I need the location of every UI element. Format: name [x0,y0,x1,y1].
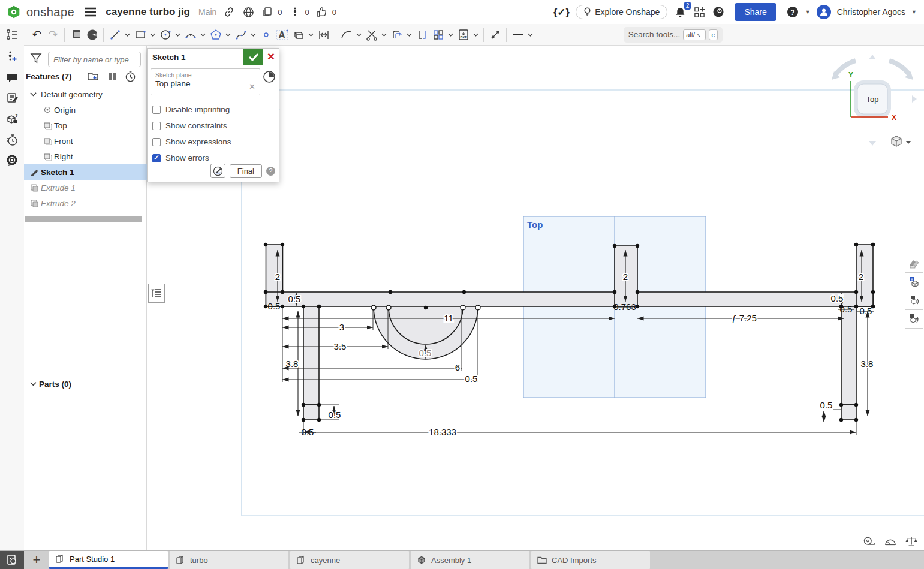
view-mode-cube-icon[interactable] [892,136,911,146]
sketch-region[interactable] [841,306,856,405]
rollback-bar[interactable] [25,216,142,222]
document-title[interactable]: cayenne turbo jig [106,6,190,18]
line-style-button[interactable] [510,26,526,43]
notes-icon[interactable] [5,91,19,104]
sketch-vertex[interactable] [264,290,267,294]
sketch-plane-field[interactable]: Sketch plane Top plane ✕ [151,68,260,95]
search-tools-box[interactable]: Search tools... alt/⌥ c [624,27,723,43]
fillet-tool-dropdown[interactable] [354,26,363,43]
sketch-region[interactable] [303,405,319,420]
insert-version-icon[interactable] [5,50,19,63]
isometric-grid-view-button[interactable] [905,272,923,291]
sketch-vertex[interactable] [302,305,305,308]
tab-manager-button[interactable] [0,551,24,569]
project-tool-dropdown[interactable] [306,26,315,43]
sketch-open-vertex[interactable] [371,305,376,310]
sketch-vertex[interactable] [302,418,305,422]
sketch-grid-button[interactable] [210,164,225,178]
line-tool-dropdown[interactable] [123,26,132,43]
sketch-vertex[interactable] [317,403,321,407]
redo-button[interactable]: ↷ [45,26,61,43]
line-tool-button[interactable] [107,26,123,43]
pattern-tool-dropdown[interactable] [446,26,455,43]
insert-tab-button[interactable]: + [24,551,49,569]
main-menu-icon[interactable] [84,5,97,19]
offset-tool-button[interactable] [389,26,405,43]
rotate-view-button[interactable] [905,291,923,310]
dimension-label[interactable]: 0.5 [288,294,301,304]
sketch-open-vertex[interactable] [461,305,465,310]
arc-tool-dropdown[interactable] [198,26,207,43]
checkbox-box[interactable] [152,106,161,114]
tab-assembly-1[interactable]: Assembly 1 [411,551,529,569]
ai-advisor-icon[interactable] [712,5,725,19]
view-cube[interactable]: Top Y X [824,51,924,150]
notifications-bell-icon[interactable]: 2 [673,5,687,19]
add-folder-icon[interactable] [87,71,99,84]
rotate-up-arrow-icon[interactable] [869,55,876,59]
trim-tool-button[interactable] [363,26,380,43]
top-plane-label[interactable]: Top [527,219,543,230]
tab-turbo[interactable]: turbo [170,551,288,569]
dimension-label[interactable]: 0.5 [419,348,432,358]
dimension-label[interactable]: 18.333 [429,427,456,437]
thumbs-up-icon[interactable] [315,5,329,19]
dimension-label[interactable]: 0.5 [329,410,341,420]
protractor-icon[interactable] [884,536,897,547]
sketch-vertex[interactable] [613,244,616,248]
explore-onshape-button[interactable]: Explore Onshape [576,5,667,19]
sketch-vertex[interactable] [281,243,284,246]
sketch-vertex[interactable] [264,243,267,246]
import-dxf-button[interactable]: DXF [455,26,471,43]
text-tool-button[interactable]: A [274,26,290,43]
project-tool-button[interactable] [290,26,306,43]
sketch-region[interactable] [266,292,874,306]
sketch-region[interactable] [841,405,856,420]
spline-tool-button[interactable] [233,26,249,43]
mass-properties-scale-icon[interactable] [905,536,918,547]
copies-icon[interactable] [261,5,274,19]
feature-item-default-geometry[interactable]: Default geometry [24,86,147,102]
feature-history-clock-icon[interactable] [125,71,136,85]
checkbox-box[interactable] [152,122,161,130]
measure-tool-button[interactable] [487,26,503,43]
chevron-down-icon[interactable] [30,92,37,97]
selection-clock-icon[interactable] [263,70,276,86]
pie-cut-tool-icon[interactable] [84,26,100,43]
sketch-vertex[interactable] [854,403,858,407]
sketch-open-vertex[interactable] [475,305,480,310]
suppress-pause-icon[interactable] [108,72,116,83]
sketch-vertex[interactable] [636,305,639,308]
point-tool-button[interactable] [258,26,274,43]
dimension-label[interactable]: 6 [455,362,460,372]
undo-button[interactable]: ↶ [29,26,45,43]
sketch-vertex[interactable] [839,403,843,407]
sketch-vertex[interactable] [389,290,392,294]
polygon-tool-dropdown[interactable] [224,26,233,43]
app-store-icon[interactable] [693,5,706,19]
activity-icon[interactable] [288,5,302,19]
dimension-label[interactable]: 0.5 [820,400,833,410]
circle-tool-button[interactable] [157,26,173,43]
tab-part-studio-1[interactable]: Part Studio 1 [49,551,168,569]
sketch-vertex[interactable] [839,418,843,422]
pattern-tool-button[interactable] [430,26,446,43]
sketch-vertex[interactable] [636,290,639,294]
checkbox-show-constraints[interactable]: Show constraints [152,118,231,134]
feature-item-right[interactable]: Right [24,149,147,164]
sketch-vertex[interactable] [613,305,616,308]
dimension-label[interactable]: 11 [444,313,453,323]
dimension-label[interactable]: 3.8 [286,359,299,369]
tab-cayenne[interactable]: cayenne [290,551,409,569]
dimension-label[interactable]: 0.5 [831,293,844,303]
feature-item-extrude-1[interactable]: Extrude 1 [24,180,147,195]
user-name[interactable]: Christopher Agocs [837,7,905,17]
mirror-tool-button[interactable] [414,26,430,43]
comments-icon[interactable] [5,71,19,85]
checkbox-box[interactable] [152,154,161,162]
filter-funnel-icon[interactable] [30,52,42,67]
sketch-vertex[interactable] [854,243,858,246]
fillet-tool-button[interactable] [338,26,354,43]
accept-button[interactable] [243,49,263,65]
avatar[interactable] [817,5,831,19]
